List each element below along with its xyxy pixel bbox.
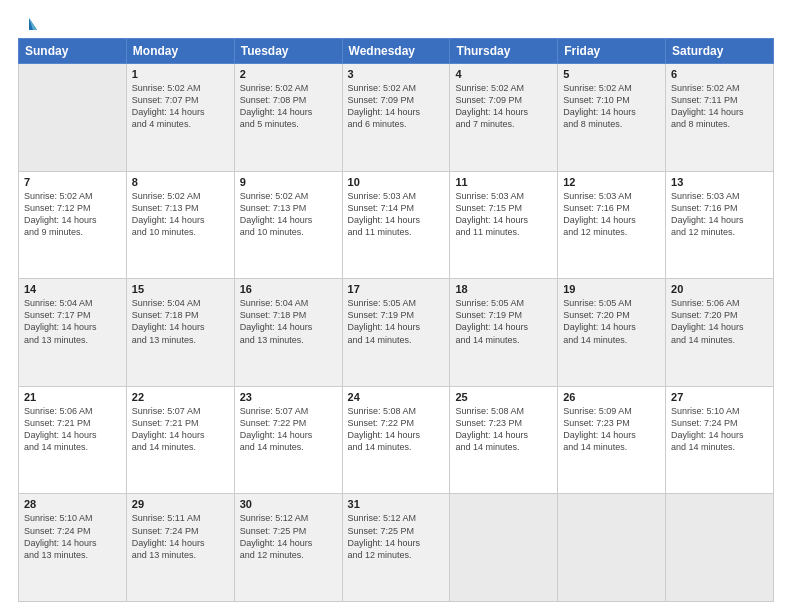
cell-info-text: Sunrise: 5:08 AMSunset: 7:23 PMDaylight:… <box>455 405 552 454</box>
cell-date-number: 26 <box>563 391 660 403</box>
cell-info-text: Sunrise: 5:02 AMSunset: 7:13 PMDaylight:… <box>132 190 229 239</box>
cell-date-number: 14 <box>24 283 121 295</box>
cell-info-text: Sunrise: 5:03 AMSunset: 7:15 PMDaylight:… <box>455 190 552 239</box>
cell-date-number: 10 <box>348 176 445 188</box>
cell-info-text: Sunrise: 5:02 AMSunset: 7:08 PMDaylight:… <box>240 82 337 131</box>
logo-icon <box>19 16 37 34</box>
calendar-cell: 23Sunrise: 5:07 AMSunset: 7:22 PMDayligh… <box>234 386 342 494</box>
calendar-cell: 22Sunrise: 5:07 AMSunset: 7:21 PMDayligh… <box>126 386 234 494</box>
calendar-cell: 15Sunrise: 5:04 AMSunset: 7:18 PMDayligh… <box>126 279 234 387</box>
cell-date-number: 28 <box>24 498 121 510</box>
cell-date-number: 27 <box>671 391 768 403</box>
calendar-cell: 21Sunrise: 5:06 AMSunset: 7:21 PMDayligh… <box>19 386 127 494</box>
header <box>18 14 774 34</box>
weekday-header-saturday: Saturday <box>666 39 774 64</box>
calendar-cell: 20Sunrise: 5:06 AMSunset: 7:20 PMDayligh… <box>666 279 774 387</box>
cell-info-text: Sunrise: 5:02 AMSunset: 7:09 PMDaylight:… <box>348 82 445 131</box>
cell-info-text: Sunrise: 5:05 AMSunset: 7:19 PMDaylight:… <box>348 297 445 346</box>
cell-info-text: Sunrise: 5:05 AMSunset: 7:20 PMDaylight:… <box>563 297 660 346</box>
calendar-cell: 1Sunrise: 5:02 AMSunset: 7:07 PMDaylight… <box>126 64 234 172</box>
calendar-cell: 27Sunrise: 5:10 AMSunset: 7:24 PMDayligh… <box>666 386 774 494</box>
cell-date-number: 23 <box>240 391 337 403</box>
cell-info-text: Sunrise: 5:04 AMSunset: 7:18 PMDaylight:… <box>132 297 229 346</box>
cell-info-text: Sunrise: 5:02 AMSunset: 7:09 PMDaylight:… <box>455 82 552 131</box>
cell-date-number: 16 <box>240 283 337 295</box>
cell-date-number: 6 <box>671 68 768 80</box>
page: SundayMondayTuesdayWednesdayThursdayFrid… <box>0 0 792 612</box>
cell-date-number: 22 <box>132 391 229 403</box>
cell-date-number: 9 <box>240 176 337 188</box>
cell-info-text: Sunrise: 5:06 AMSunset: 7:20 PMDaylight:… <box>671 297 768 346</box>
cell-info-text: Sunrise: 5:03 AMSunset: 7:16 PMDaylight:… <box>671 190 768 239</box>
cell-date-number: 1 <box>132 68 229 80</box>
cell-date-number: 15 <box>132 283 229 295</box>
cell-date-number: 19 <box>563 283 660 295</box>
cell-date-number: 4 <box>455 68 552 80</box>
cell-date-number: 25 <box>455 391 552 403</box>
calendar-cell: 28Sunrise: 5:10 AMSunset: 7:24 PMDayligh… <box>19 494 127 602</box>
cell-date-number: 11 <box>455 176 552 188</box>
cell-info-text: Sunrise: 5:02 AMSunset: 7:12 PMDaylight:… <box>24 190 121 239</box>
calendar-cell: 18Sunrise: 5:05 AMSunset: 7:19 PMDayligh… <box>450 279 558 387</box>
calendar-cell <box>666 494 774 602</box>
calendar-cell: 16Sunrise: 5:04 AMSunset: 7:18 PMDayligh… <box>234 279 342 387</box>
calendar-week-row-3: 14Sunrise: 5:04 AMSunset: 7:17 PMDayligh… <box>19 279 774 387</box>
cell-info-text: Sunrise: 5:12 AMSunset: 7:25 PMDaylight:… <box>240 512 337 561</box>
calendar-cell: 12Sunrise: 5:03 AMSunset: 7:16 PMDayligh… <box>558 171 666 279</box>
cell-date-number: 7 <box>24 176 121 188</box>
calendar-cell: 13Sunrise: 5:03 AMSunset: 7:16 PMDayligh… <box>666 171 774 279</box>
logo <box>18 18 37 34</box>
calendar-week-row-5: 28Sunrise: 5:10 AMSunset: 7:24 PMDayligh… <box>19 494 774 602</box>
cell-date-number: 5 <box>563 68 660 80</box>
calendar-cell: 7Sunrise: 5:02 AMSunset: 7:12 PMDaylight… <box>19 171 127 279</box>
calendar-cell: 10Sunrise: 5:03 AMSunset: 7:14 PMDayligh… <box>342 171 450 279</box>
calendar-cell: 8Sunrise: 5:02 AMSunset: 7:13 PMDaylight… <box>126 171 234 279</box>
weekday-header-tuesday: Tuesday <box>234 39 342 64</box>
cell-date-number: 3 <box>348 68 445 80</box>
cell-info-text: Sunrise: 5:03 AMSunset: 7:14 PMDaylight:… <box>348 190 445 239</box>
calendar-cell <box>19 64 127 172</box>
cell-info-text: Sunrise: 5:02 AMSunset: 7:13 PMDaylight:… <box>240 190 337 239</box>
cell-date-number: 12 <box>563 176 660 188</box>
cell-date-number: 17 <box>348 283 445 295</box>
cell-info-text: Sunrise: 5:09 AMSunset: 7:23 PMDaylight:… <box>563 405 660 454</box>
cell-info-text: Sunrise: 5:10 AMSunset: 7:24 PMDaylight:… <box>671 405 768 454</box>
calendar-cell: 24Sunrise: 5:08 AMSunset: 7:22 PMDayligh… <box>342 386 450 494</box>
cell-info-text: Sunrise: 5:02 AMSunset: 7:07 PMDaylight:… <box>132 82 229 131</box>
calendar-cell <box>558 494 666 602</box>
calendar-week-row-1: 1Sunrise: 5:02 AMSunset: 7:07 PMDaylight… <box>19 64 774 172</box>
calendar-cell: 26Sunrise: 5:09 AMSunset: 7:23 PMDayligh… <box>558 386 666 494</box>
calendar-table: SundayMondayTuesdayWednesdayThursdayFrid… <box>18 38 774 602</box>
cell-info-text: Sunrise: 5:05 AMSunset: 7:19 PMDaylight:… <box>455 297 552 346</box>
cell-info-text: Sunrise: 5:02 AMSunset: 7:10 PMDaylight:… <box>563 82 660 131</box>
calendar-cell: 25Sunrise: 5:08 AMSunset: 7:23 PMDayligh… <box>450 386 558 494</box>
calendar-cell: 11Sunrise: 5:03 AMSunset: 7:15 PMDayligh… <box>450 171 558 279</box>
calendar-cell: 19Sunrise: 5:05 AMSunset: 7:20 PMDayligh… <box>558 279 666 387</box>
weekday-header-row: SundayMondayTuesdayWednesdayThursdayFrid… <box>19 39 774 64</box>
calendar-week-row-2: 7Sunrise: 5:02 AMSunset: 7:12 PMDaylight… <box>19 171 774 279</box>
calendar-cell: 6Sunrise: 5:02 AMSunset: 7:11 PMDaylight… <box>666 64 774 172</box>
cell-date-number: 21 <box>24 391 121 403</box>
calendar-week-row-4: 21Sunrise: 5:06 AMSunset: 7:21 PMDayligh… <box>19 386 774 494</box>
cell-date-number: 8 <box>132 176 229 188</box>
calendar-cell: 29Sunrise: 5:11 AMSunset: 7:24 PMDayligh… <box>126 494 234 602</box>
cell-date-number: 29 <box>132 498 229 510</box>
cell-info-text: Sunrise: 5:07 AMSunset: 7:21 PMDaylight:… <box>132 405 229 454</box>
cell-info-text: Sunrise: 5:07 AMSunset: 7:22 PMDaylight:… <box>240 405 337 454</box>
cell-date-number: 18 <box>455 283 552 295</box>
cell-date-number: 20 <box>671 283 768 295</box>
cell-date-number: 30 <box>240 498 337 510</box>
calendar-cell: 5Sunrise: 5:02 AMSunset: 7:10 PMDaylight… <box>558 64 666 172</box>
calendar-cell: 30Sunrise: 5:12 AMSunset: 7:25 PMDayligh… <box>234 494 342 602</box>
calendar-cell: 3Sunrise: 5:02 AMSunset: 7:09 PMDaylight… <box>342 64 450 172</box>
cell-info-text: Sunrise: 5:03 AMSunset: 7:16 PMDaylight:… <box>563 190 660 239</box>
weekday-header-friday: Friday <box>558 39 666 64</box>
weekday-header-thursday: Thursday <box>450 39 558 64</box>
cell-info-text: Sunrise: 5:04 AMSunset: 7:18 PMDaylight:… <box>240 297 337 346</box>
cell-date-number: 24 <box>348 391 445 403</box>
cell-date-number: 31 <box>348 498 445 510</box>
calendar-cell: 31Sunrise: 5:12 AMSunset: 7:25 PMDayligh… <box>342 494 450 602</box>
calendar-cell <box>450 494 558 602</box>
cell-info-text: Sunrise: 5:12 AMSunset: 7:25 PMDaylight:… <box>348 512 445 561</box>
cell-date-number: 2 <box>240 68 337 80</box>
